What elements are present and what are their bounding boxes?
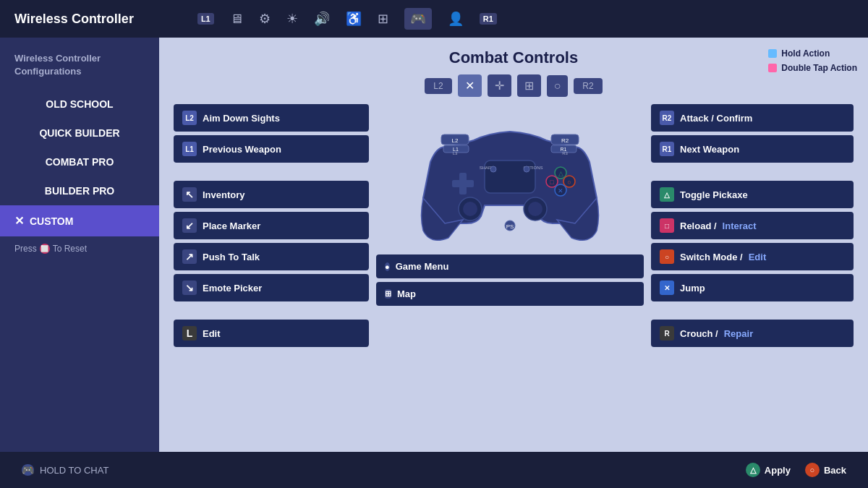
content-area: Combat Controls Hold Action Double Tap A…: [159, 38, 868, 452]
app-title: Wireless Controller: [14, 12, 134, 27]
apply-button[interactable]: △ Apply: [746, 463, 791, 477]
btn-game-menu[interactable]: ● Game Menu: [376, 254, 644, 278]
dpad-dr-badge: ↘: [182, 281, 197, 295]
crouch-label: Crouch /: [680, 328, 718, 339]
btn-map[interactable]: ⊞ Map: [376, 282, 644, 306]
right-stick-badge: R: [660, 326, 674, 341]
controller-bottom-icon: 🎮: [22, 464, 34, 476]
back-icon: ○: [805, 463, 820, 477]
btn-emote-picker[interactable]: ↘ Emote Picker: [174, 274, 369, 301]
left-controls: L2 Aim Down Sights L1 Previous Weapon ↖ …: [174, 104, 369, 347]
svg-point-18: [528, 202, 542, 216]
reset-press-label: Press: [14, 244, 37, 254]
place-marker-label: Place Marker: [203, 221, 260, 231]
btn-inventory[interactable]: ↖ Inventory: [174, 181, 369, 208]
interact-colored-label: Interact: [723, 221, 757, 231]
svg-point-29: [524, 166, 529, 172]
nav-icons: L1 🖥 ⚙ ☀ 🔊 ♿ ⊞ 🎮 👤 R1: [197, 8, 497, 30]
center-bottom-btns: ● Game Menu ⊞ Map: [376, 254, 644, 306]
main-area: Wireless ControllerConfigurations OLD SC…: [0, 38, 868, 452]
circle-badge: ○: [660, 249, 674, 264]
btn-previous-weapon[interactable]: L1 Previous Weapon: [174, 135, 369, 163]
nav-brightness-icon[interactable]: ☀: [286, 11, 298, 27]
sidebar-item-custom[interactable]: ✕ CUSTOM: [0, 205, 159, 236]
left-stick-badge: L: [182, 326, 197, 341]
game-menu-label: Game Menu: [396, 261, 449, 272]
center-controls: L2 R2 L1 R1 L3 R3 S: [376, 104, 644, 306]
tab-sword[interactable]: ✕: [458, 74, 482, 97]
bottom-bar: 🎮 HOLD TO CHAT △ Apply ○ Back: [0, 452, 868, 488]
emote-picker-label: Emote Picker: [203, 283, 262, 294]
sidebar-item-quick-builder[interactable]: QUICK BUILDER: [0, 119, 159, 147]
push-to-talk-label: Push To Talk: [203, 252, 260, 262]
dpad-ur-badge: ↗: [182, 249, 197, 264]
btn-push-to-talk[interactable]: ↗ Push To Talk: [174, 243, 369, 270]
btn-aim-down-sights[interactable]: L2 Aim Down Sights: [174, 104, 369, 132]
tab-r2[interactable]: R2: [574, 78, 602, 94]
r1-badge: R1: [660, 142, 674, 156]
sidebar-config-title: Wireless ControllerConfigurations: [0, 52, 159, 90]
tab-circle[interactable]: ○: [547, 75, 569, 97]
custom-label: CUSTOM: [30, 215, 73, 227]
btn-place-marker[interactable]: ↙ Place Marker: [174, 212, 369, 239]
nav-l1-badge[interactable]: L1: [197, 13, 214, 25]
nav-monitor-icon[interactable]: 🖥: [230, 12, 243, 27]
left-spacer2: [174, 305, 369, 316]
btn-next-weapon[interactable]: R1 Next Weapon: [651, 135, 854, 163]
svg-text:R3: R3: [562, 151, 568, 155]
svg-text:△: △: [558, 170, 563, 177]
back-button[interactable]: ○ Back: [805, 463, 846, 477]
svg-text:L3: L3: [453, 151, 458, 155]
ps-badge: ●: [385, 262, 390, 271]
svg-text:✕: ✕: [558, 187, 563, 194]
btn-attack-confirm[interactable]: R2 Attack / Confirm: [651, 104, 854, 132]
nav-settings-icon[interactable]: ⚙: [259, 11, 271, 27]
l2-badge: L2: [182, 111, 197, 125]
svg-point-30: [490, 166, 496, 172]
tab-dpad[interactable]: ✛: [488, 74, 511, 97]
btn-switch-mode-edit[interactable]: ○ Switch Mode / Edit: [651, 243, 854, 270]
svg-text:L2: L2: [452, 137, 459, 144]
sidebar-reset: Press ⬜ To Reset: [0, 236, 159, 261]
btn-reload-interact[interactable]: □ Reload / Interact: [651, 212, 854, 239]
top-bar: Wireless Controller L1 🖥 ⚙ ☀ 🔊 ♿ ⊞ 🎮 👤 R…: [0, 0, 868, 38]
controller-diagram: L2 R2 L1 R1 L3 R3 S: [409, 104, 611, 249]
svg-text:PS: PS: [506, 223, 514, 230]
nav-accessibility-icon[interactable]: ♿: [346, 11, 362, 27]
dpad-dl-badge: ↙: [182, 218, 197, 233]
tab-grid[interactable]: ⊞: [517, 74, 541, 97]
tab-l2[interactable]: L2: [425, 78, 451, 94]
sidebar: Wireless ControllerConfigurations OLD SC…: [0, 38, 159, 452]
controls-grid: L2 Aim Down Sights L1 Previous Weapon ↖ …: [174, 104, 854, 347]
aim-down-sights-label: Aim Down Sights: [203, 113, 280, 124]
apply-icon: △: [746, 463, 760, 477]
triangle-badge: △: [660, 187, 674, 202]
svg-text:□: □: [550, 179, 554, 186]
nav-r1-badge[interactable]: R1: [480, 13, 497, 25]
nav-user-icon[interactable]: 👤: [448, 11, 464, 27]
nav-controller-icon[interactable]: 🎮: [404, 8, 432, 30]
right-spacer2: [651, 305, 854, 316]
square-badge: □: [660, 218, 674, 233]
jump-label: Jump: [680, 283, 705, 294]
toggle-pickaxe-label: Toggle Pickaxe: [680, 189, 748, 200]
svg-text:R2: R2: [561, 137, 569, 144]
cross-badge: ✕: [660, 281, 674, 295]
btn-toggle-pickaxe[interactable]: △ Toggle Pickaxe: [651, 181, 854, 208]
next-weapon-label: Next Weapon: [680, 144, 739, 155]
sidebar-item-combat-pro[interactable]: COMBAT PRO: [0, 147, 159, 176]
btn-crouch-repair[interactable]: R Crouch / Repair: [651, 320, 854, 347]
nav-capture-icon[interactable]: ⊞: [378, 11, 388, 27]
sidebar-item-builder-pro[interactable]: BUILDER PRO: [0, 176, 159, 205]
nav-volume-icon[interactable]: 🔊: [314, 11, 330, 27]
sidebar-item-old-school[interactable]: OLD SCHOOL: [0, 90, 159, 119]
svg-point-16: [463, 202, 477, 216]
btn-jump[interactable]: ✕ Jump: [651, 274, 854, 301]
right-spacer1: [651, 166, 854, 177]
btn-edit[interactable]: L Edit: [174, 320, 369, 347]
back-label: Back: [824, 465, 846, 476]
controller-tabs-row: L2 ✕ ✛ ⊞ ○ R2: [174, 74, 854, 97]
dpad-ul-badge: ↖: [182, 187, 197, 202]
reset-square-icon: ⬜: [40, 244, 50, 254]
custom-selected-icon: ✕: [14, 214, 24, 228]
